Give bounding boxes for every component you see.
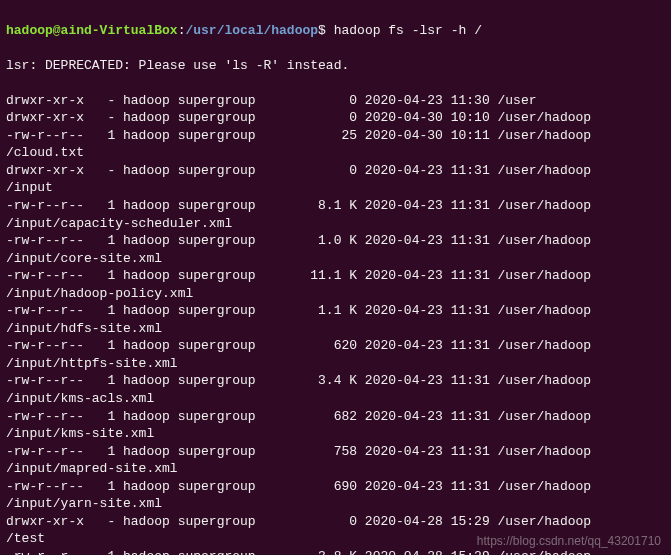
list-item-continuation: /input/hadoop-policy.xml — [6, 285, 665, 303]
list-item: -rw-r--r-- 1 hadoop supergroup 3.4 K 202… — [6, 372, 665, 390]
list-item-continuation: /input — [6, 179, 665, 197]
list-item: drwxr-xr-x - hadoop supergroup 0 2020-04… — [6, 162, 665, 180]
prompt-dollar: $ — [318, 23, 326, 38]
list-item-continuation: /cloud.txt — [6, 144, 665, 162]
prompt-user-host: hadoop@aind-VirtualBox — [6, 23, 178, 38]
list-item-continuation: /input/kms-acls.xml — [6, 390, 665, 408]
list-item: -rw-r--r-- 1 hadoop supergroup 758 2020-… — [6, 443, 665, 461]
list-item-continuation: /input/core-site.xml — [6, 250, 665, 268]
list-item: -rw-r--r-- 1 hadoop supergroup 682 2020-… — [6, 408, 665, 426]
list-item: -rw-r--r-- 1 hadoop supergroup 1.0 K 202… — [6, 232, 665, 250]
command-text: hadoop fs -lsr -h / — [334, 23, 482, 38]
prompt-path: /usr/local/hadoop — [185, 23, 318, 38]
deprecated-message: lsr: DEPRECATED: Please use 'ls -R' inst… — [6, 57, 665, 75]
watermark-text: https://blog.csdn.net/qq_43201710 — [477, 533, 661, 549]
list-item-continuation: /input/hdfs-site.xml — [6, 320, 665, 338]
list-item-continuation: /input/mapred-site.xml — [6, 460, 665, 478]
list-item-continuation: /input/kms-site.xml — [6, 425, 665, 443]
list-item-continuation: /input/yarn-site.xml — [6, 495, 665, 513]
list-item: -rw-r--r-- 1 hadoop supergroup 8.1 K 202… — [6, 197, 665, 215]
list-item-continuation: /input/capacity-scheduler.xml — [6, 215, 665, 233]
list-item-continuation: /input/httpfs-site.xml — [6, 355, 665, 373]
list-item: drwxr-xr-x - hadoop supergroup 0 2020-04… — [6, 92, 665, 110]
terminal-output[interactable]: hadoop@aind-VirtualBox:/usr/local/hadoop… — [6, 4, 665, 555]
list-item: -rw-r--r-- 1 hadoop supergroup 11.1 K 20… — [6, 267, 665, 285]
file-listing: drwxr-xr-x - hadoop supergroup 0 2020-04… — [6, 92, 665, 555]
list-item: -rw-r--r-- 1 hadoop supergroup 1.1 K 202… — [6, 302, 665, 320]
list-item: -rw-r--r-- 1 hadoop supergroup 620 2020-… — [6, 337, 665, 355]
prompt-line: hadoop@aind-VirtualBox:/usr/local/hadoop… — [6, 22, 665, 40]
list-item: -rw-r--r-- 1 hadoop supergroup 3.8 K 202… — [6, 548, 665, 555]
list-item: -rw-r--r-- 1 hadoop supergroup 25 2020-0… — [6, 127, 665, 145]
list-item: drwxr-xr-x - hadoop supergroup 0 2020-04… — [6, 109, 665, 127]
list-item: drwxr-xr-x - hadoop supergroup 0 2020-04… — [6, 513, 665, 531]
list-item: -rw-r--r-- 1 hadoop supergroup 690 2020-… — [6, 478, 665, 496]
